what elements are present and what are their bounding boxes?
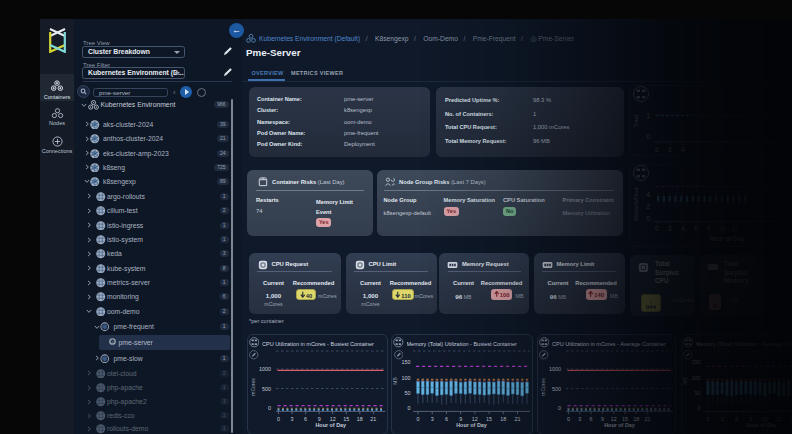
svg-text:0: 0 xyxy=(646,215,650,222)
svg-text:150: 150 xyxy=(402,359,411,365)
svg-text:0: 0 xyxy=(268,405,271,411)
svg-text:9: 9 xyxy=(600,416,603,422)
svg-text:21: 21 xyxy=(370,416,376,422)
svg-text:100: 100 xyxy=(691,375,700,381)
svg-text:9: 9 xyxy=(459,416,462,422)
svg-text:1000: 1000 xyxy=(259,366,271,372)
svg-text:0: 0 xyxy=(655,146,659,153)
svg-text:12: 12 xyxy=(610,416,616,422)
svg-text:0: 0 xyxy=(567,416,570,422)
svg-text:50: 50 xyxy=(405,390,411,396)
svg-text:mCores: mCores xyxy=(250,378,256,396)
svg-text:12: 12 xyxy=(472,416,478,422)
svg-text:500: 500 xyxy=(552,386,561,392)
svg-text:Hour of Day: Hour of Day xyxy=(709,235,745,243)
svg-text:0: 0 xyxy=(277,416,280,422)
svg-text:15: 15 xyxy=(622,416,628,422)
svg-text:150: 150 xyxy=(691,359,700,365)
svg-text:6: 6 xyxy=(589,416,592,422)
svg-text:MB: MB xyxy=(392,377,398,385)
svg-text:2: 2 xyxy=(646,203,650,210)
svg-text:0: 0 xyxy=(558,405,561,411)
svg-text:0: 0 xyxy=(697,405,700,411)
svg-text:15: 15 xyxy=(486,416,492,422)
svg-text:Hour of Day: Hour of Day xyxy=(604,422,635,428)
svg-text:2: 2 xyxy=(668,225,672,232)
svg-text:3: 3 xyxy=(431,416,434,422)
svg-text:Total: Total xyxy=(633,115,639,127)
svg-text:6: 6 xyxy=(694,225,698,232)
svg-text:3: 3 xyxy=(290,416,293,422)
svg-text:MB: MB xyxy=(681,377,687,385)
svg-text:1000: 1000 xyxy=(549,366,561,372)
svg-text:4: 4 xyxy=(681,146,685,153)
svg-text:6: 6 xyxy=(734,416,737,422)
svg-text:2: 2 xyxy=(668,146,672,153)
svg-text:0: 0 xyxy=(417,416,420,422)
svg-text:18: 18 xyxy=(500,416,506,422)
svg-text:0: 0 xyxy=(646,133,650,140)
svg-text:500: 500 xyxy=(262,386,271,392)
svg-text:10: 10 xyxy=(718,225,726,232)
svg-text:6: 6 xyxy=(304,416,307,422)
svg-text:18: 18 xyxy=(356,416,362,422)
svg-text:9: 9 xyxy=(749,416,752,422)
svg-text:21: 21 xyxy=(515,416,521,422)
svg-text:15: 15 xyxy=(343,416,349,422)
svg-text:50: 50 xyxy=(694,390,700,396)
svg-text:12: 12 xyxy=(731,225,739,232)
svg-text:100: 100 xyxy=(402,375,411,381)
svg-text:Restarts/Hour: Restarts/Hour xyxy=(633,187,639,221)
svg-text:Hour of Day: Hour of Day xyxy=(746,422,777,428)
svg-text:0: 0 xyxy=(655,225,659,232)
svg-text:4: 4 xyxy=(681,225,685,232)
svg-text:6: 6 xyxy=(445,416,448,422)
svg-text:12: 12 xyxy=(329,416,335,422)
svg-text:15: 15 xyxy=(776,416,782,422)
svg-text:0: 0 xyxy=(408,405,411,411)
svg-text:Hour of Day: Hour of Day xyxy=(456,422,487,428)
svg-text:21: 21 xyxy=(644,416,650,422)
svg-text:Hour of Day: Hour of Day xyxy=(315,422,346,428)
svg-text:0: 0 xyxy=(706,416,709,422)
svg-text:1: 1 xyxy=(646,112,650,119)
svg-text:9: 9 xyxy=(317,416,320,422)
svg-text:mCores: mCores xyxy=(540,378,546,396)
svg-text:18: 18 xyxy=(633,416,639,422)
svg-text:12: 12 xyxy=(761,416,767,422)
svg-text:4: 4 xyxy=(646,191,650,198)
svg-text:3: 3 xyxy=(578,416,581,422)
svg-text:3: 3 xyxy=(720,416,723,422)
svg-text:8: 8 xyxy=(707,225,711,232)
